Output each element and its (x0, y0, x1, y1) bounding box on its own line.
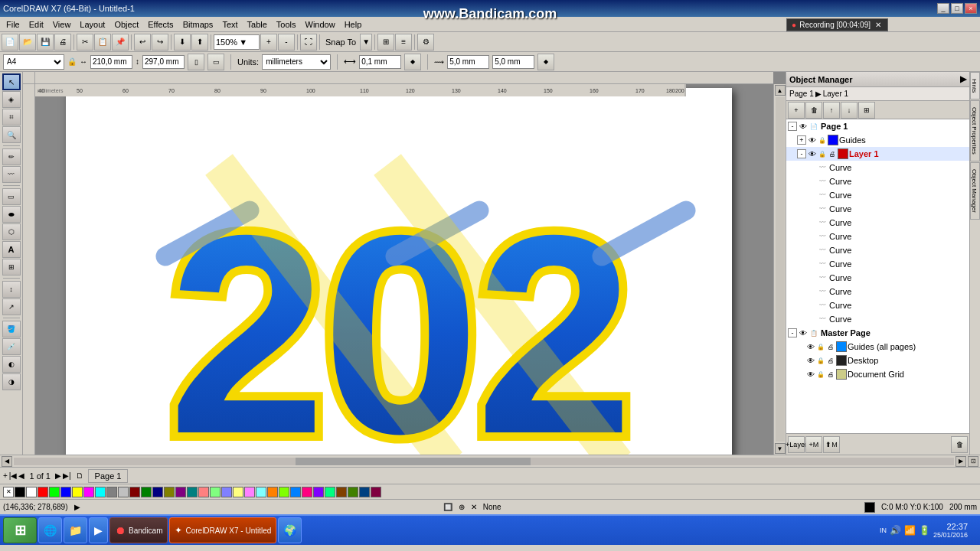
fit-page-button[interactable]: ⊡ (968, 456, 978, 467)
connector-tool[interactable]: ↗ (2, 298, 21, 315)
super-nudge-input2[interactable] (492, 55, 534, 69)
scroll-up-button[interactable]: ▲ (775, 85, 786, 96)
palette-violet[interactable] (313, 487, 324, 497)
super-nudge-spin[interactable]: ◆ (537, 54, 554, 70)
palette-silver[interactable] (118, 487, 129, 497)
zoom-in-button[interactable]: + (260, 34, 277, 51)
menu-help[interactable]: Help (340, 19, 367, 30)
save-button[interactable]: 💾 (37, 34, 54, 51)
obj-mgr-move-down[interactable]: ↓ (841, 102, 858, 119)
tree-item-curve-12[interactable]: 〰 Curve (786, 312, 969, 326)
clock[interactable]: 22:37 25/01/2016 (933, 522, 974, 539)
tree-item-guides-all[interactable]: 👁 🔒 🖨 Guides (all pages) (786, 340, 969, 354)
full-screen-button[interactable]: ⛶ (300, 34, 317, 51)
taskbar-recording[interactable]: ⏺ Bandicam (109, 517, 168, 543)
palette-green[interactable] (141, 487, 152, 497)
menu-window[interactable]: Window (301, 19, 340, 30)
page-size-select[interactable]: A4A3Letter (3, 54, 64, 70)
lock-desktop[interactable]: 🔒 (816, 356, 825, 365)
visibility-guides[interactable]: 👁 (808, 135, 817, 145)
hints-tab[interactable]: Hints (970, 72, 980, 99)
palette-rose[interactable] (302, 487, 312, 497)
obj-mgr-new-layer[interactable]: + (788, 102, 805, 119)
zoom-out-button[interactable]: - (278, 34, 295, 51)
freehand-tool[interactable]: ✏ (2, 148, 21, 165)
maximize-button[interactable]: □ (951, 3, 963, 14)
super-nudge-input[interactable] (447, 55, 489, 69)
page-last-button[interactable]: ▶| (63, 471, 71, 480)
palette-blue[interactable] (60, 487, 71, 497)
distribute-button[interactable]: ≡ (395, 34, 412, 51)
minimize-button[interactable]: _ (937, 3, 949, 14)
menu-bitmaps[interactable]: Bitmaps (178, 19, 218, 30)
palette-azure[interactable] (290, 487, 301, 497)
menu-text[interactable]: Text (217, 19, 242, 30)
nudge-spin[interactable]: ◆ (404, 54, 421, 70)
palette-maroon[interactable] (129, 487, 140, 497)
snap-icon3[interactable]: ✕ (471, 503, 477, 511)
page-tab-icon[interactable]: 🗋 (76, 471, 83, 480)
snap-icon2[interactable]: ⊕ (459, 503, 465, 511)
taskbar-explorer[interactable]: 📁 (64, 517, 87, 543)
obj-mgr-delete[interactable]: 🗑 (805, 102, 822, 119)
coordinates-expand[interactable]: ▶ (74, 503, 80, 511)
palette-navy[interactable] (152, 487, 163, 497)
scroll-down-button[interactable]: ▼ (775, 443, 786, 454)
select-tool[interactable]: ↖ (2, 73, 21, 90)
nudge-input[interactable] (359, 55, 401, 69)
redo-button[interactable]: ↪ (152, 34, 168, 51)
new-button[interactable]: 📄 (2, 34, 18, 51)
visibility-masterpage[interactable]: 👁 (799, 328, 808, 337)
drawing-canvas[interactable]: 202 202 202 (35, 84, 773, 455)
shape-tool[interactable]: ◈ (2, 91, 21, 108)
page-first-button[interactable]: |◀ (9, 471, 18, 480)
text-tool[interactable]: A (2, 241, 21, 258)
landscape-button[interactable]: ▭ (207, 54, 224, 70)
lock-guides[interactable]: 🔒 (818, 135, 827, 145)
rectangle-tool[interactable]: ▭ (2, 188, 21, 205)
fill-tool[interactable]: 🪣 (2, 321, 21, 337)
obj-delete-btn[interactable]: 🗑 (951, 436, 968, 453)
ellipse-tool[interactable]: ⬬ (2, 206, 21, 223)
close-button[interactable]: × (965, 3, 977, 14)
taskbar-browser2[interactable]: 🌍 (278, 517, 302, 543)
options-button[interactable]: ⚙ (417, 34, 434, 51)
start-button[interactable]: ⊞ (3, 517, 37, 543)
tree-item-curve-10[interactable]: 〰 Curve (786, 285, 969, 298)
palette-magenta[interactable] (83, 487, 94, 497)
portrait-button[interactable]: ▯ (188, 54, 204, 70)
palette-black[interactable] (15, 487, 25, 497)
page-next-button[interactable]: ▶ (55, 471, 61, 480)
panel-expand-button[interactable]: ▶ (960, 74, 966, 84)
tree-item-curve-11[interactable]: 〰 Curve (786, 298, 969, 312)
menu-effects[interactable]: Effects (143, 19, 178, 30)
palette-brown[interactable] (336, 487, 347, 497)
hscroll-thumb[interactable] (296, 458, 531, 465)
tree-item-layer1[interactable]: - 👁 🔒 🖨 Layer 1 (786, 147, 969, 161)
palette-yellow-green[interactable] (348, 487, 358, 497)
tree-item-masterpage[interactable]: - 👁 📋 Master Page (786, 326, 969, 340)
interactive-fill-tool[interactable]: ◐ (2, 356, 21, 373)
menu-layout[interactable]: Layout (75, 19, 109, 30)
object-properties-tab[interactable]: Object Properties (970, 100, 980, 161)
print-guides-all[interactable]: 🖨 (826, 342, 835, 351)
print-desktop[interactable]: 🖨 (826, 356, 835, 365)
vertical-scrollbar[interactable]: ▲ ▼ (773, 84, 786, 455)
palette-white[interactable] (26, 487, 37, 497)
volume-icon[interactable]: 📶 (904, 525, 916, 536)
parallel-dim-tool[interactable]: ↕ (2, 281, 21, 298)
no-fill-swatch[interactable]: ✕ (3, 487, 14, 497)
expand-guides[interactable]: + (797, 135, 806, 145)
tree-item-curve-8[interactable]: 〰 Curve (786, 257, 969, 271)
expand-layer1[interactable]: - (797, 149, 806, 158)
crop-tool[interactable]: ⌗ (2, 109, 21, 126)
palette-aqua[interactable] (256, 487, 266, 497)
menu-file[interactable]: File (2, 19, 24, 30)
table-tool[interactable]: ⊞ (2, 259, 21, 276)
lock-guides-all[interactable]: 🔒 (816, 342, 825, 351)
units-select[interactable]: millimetersinchespixels (262, 54, 331, 70)
tree-item-curve-7[interactable]: 〰 Curve (786, 243, 969, 257)
palette-crimson[interactable] (371, 487, 381, 497)
palette-cyan[interactable] (95, 487, 106, 497)
taskbar-mediaplayer[interactable]: ▶ (89, 517, 108, 543)
